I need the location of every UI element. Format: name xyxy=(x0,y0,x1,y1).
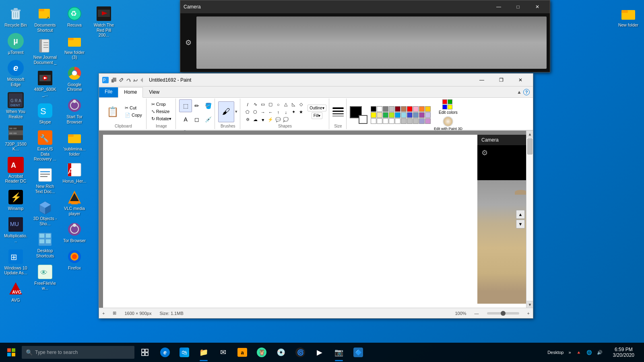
cut-button[interactable]: ✂ Cut xyxy=(123,105,144,111)
taskbar-daemon-button[interactable]: 💿 xyxy=(271,343,291,362)
show-desktop-button[interactable] xyxy=(640,343,642,362)
desktop-icon-google-chrome[interactable]: Google Chrome xyxy=(61,64,88,94)
color-blue-gray[interactable] xyxy=(419,118,425,124)
color-yellow[interactable] xyxy=(371,112,376,118)
color-cream[interactable] xyxy=(377,112,382,118)
tray-volume-icon[interactable]: 🔊 xyxy=(595,349,604,356)
desktop-icon-winamp[interactable]: ⚡ Winamp xyxy=(2,187,29,213)
color-pink[interactable] xyxy=(413,106,419,112)
outline-button[interactable]: Outline▾ xyxy=(308,105,326,111)
color-light-gray[interactable] xyxy=(389,106,394,112)
color-steel-blue[interactable] xyxy=(413,112,419,118)
color-dark-blue[interactable] xyxy=(407,112,413,118)
tray-network-icon[interactable]: 🌐 xyxy=(585,349,594,356)
taskbar-media-button[interactable]: ▶ xyxy=(310,343,329,362)
color-custom-5[interactable] xyxy=(395,118,400,124)
desktop-icon-when-you-realize[interactable]: G R ADIENT When You Realize xyxy=(2,90,29,121)
task-view-button[interactable] xyxy=(135,343,155,362)
ribbon-collapse-icon[interactable]: ▲ xyxy=(517,89,522,95)
paint-tab-file[interactable]: File xyxy=(99,87,118,97)
desktop-icon-recuva[interactable]: ♻ Recuva xyxy=(61,4,88,29)
paint-close-button[interactable]: ✕ xyxy=(511,74,530,86)
tray-chevron[interactable]: » xyxy=(567,349,572,356)
color-custom-4[interactable] xyxy=(389,118,394,124)
color-custom-2[interactable] xyxy=(377,118,382,124)
zoom-slider-thumb[interactable] xyxy=(501,311,506,316)
desktop-icon-win10-update[interactable]: ⊞ Windows 10 Update As... xyxy=(2,247,29,277)
desktop-icon-documents-shortcut[interactable]: ↗ Documents Shortcut xyxy=(31,4,59,34)
color-custom-3[interactable] xyxy=(383,118,388,124)
shape-ellipse[interactable]: ○ xyxy=(274,101,282,109)
color-yellow-green[interactable] xyxy=(389,112,394,118)
size-line-3[interactable] xyxy=(332,113,344,114)
color-picker-tool-button[interactable]: 💉 xyxy=(202,113,215,126)
desktop-icon-720p[interactable]: == ==== == 720P_1500K... xyxy=(2,123,29,153)
resize-button[interactable]: ⤡ Resize xyxy=(150,108,171,115)
shape-5-point-star[interactable]: ★ xyxy=(297,108,305,116)
taskbar-extra-button[interactable]: 🔷 xyxy=(349,343,368,362)
paint-minimize-button[interactable]: — xyxy=(473,74,491,86)
scroll-up-arrow[interactable]: ▲ xyxy=(516,210,525,219)
shape-diamond[interactable]: ◇ xyxy=(297,101,305,109)
paint-status-plus[interactable]: + xyxy=(102,311,105,316)
desktop-icon-watch-red-pill[interactable]: Watch The Red Pill 200... xyxy=(90,4,118,39)
desktop-icon-desktop-shortcuts[interactable]: Desktop Shortcuts xyxy=(31,230,59,260)
color-custom-1[interactable] xyxy=(371,118,376,124)
fill-tool-button[interactable]: 🪣 xyxy=(202,99,215,112)
color-purple[interactable] xyxy=(419,112,425,118)
scroll-down-button[interactable]: ▼ xyxy=(526,301,533,308)
custom-color-2[interactable] xyxy=(448,99,452,104)
color-dark-red[interactable] xyxy=(395,106,400,112)
crop-button[interactable]: ✂ Crop xyxy=(150,101,167,108)
shape-heart[interactable]: ♥ xyxy=(259,116,267,124)
shape-right-arrow[interactable]: → xyxy=(259,108,267,116)
size-line-2[interactable] xyxy=(332,111,344,112)
paint-scroll-area[interactable]: Camera ⚙ xyxy=(99,131,533,308)
desktop-icon-sublimina[interactable]: 'sublimina... folder xyxy=(61,128,88,158)
shape-curve[interactable]: ∿ xyxy=(251,101,259,109)
shape-rounded[interactable]: ☁ xyxy=(251,116,259,124)
scroll-up-button[interactable]: ▲ xyxy=(526,131,533,138)
taskbar-mail-button[interactable]: ✉ xyxy=(213,343,233,362)
desktop-icon-firefox[interactable]: Firefox xyxy=(61,247,88,272)
desktop-icon-new-journal[interactable]: New Journal Document _ xyxy=(31,36,59,66)
desktop-icon-utorrent[interactable]: µ µTorrent xyxy=(2,31,29,57)
custom-color-3[interactable] xyxy=(442,105,447,109)
taskbar-camera-button[interactable]: 📷 xyxy=(329,343,349,362)
paint-status-zoom-plus[interactable]: + xyxy=(527,311,530,316)
desktop-icon-vlc[interactable]: VLC media player xyxy=(61,187,88,218)
brushes-dropdown[interactable]: ▾ xyxy=(235,109,237,114)
taskbar-search-box[interactable]: 🔍 Type here to search xyxy=(22,346,134,359)
shape-rect[interactable]: ▭ xyxy=(259,101,267,109)
color-silver-2[interactable] xyxy=(407,118,413,124)
color-blue[interactable] xyxy=(395,112,400,118)
rotate-button[interactable]: ↻ Rotate▾ xyxy=(150,115,173,122)
desktop-icon-new-folder[interactable]: New folder xyxy=(615,4,642,29)
desktop-icon-recycle-bin[interactable]: Recycle Bin xyxy=(2,4,29,29)
shape-triangle[interactable]: △ xyxy=(282,101,290,109)
brushes-button[interactable]: 🖌 xyxy=(218,101,234,122)
desktop-icon-acrobat[interactable]: A Acrobat Reader DC xyxy=(2,155,29,185)
tray-desktop-label[interactable]: Desktop xyxy=(546,349,565,356)
color-yellow-orange[interactable] xyxy=(425,106,431,112)
size-line-4[interactable] xyxy=(332,116,344,116)
color-green[interactable] xyxy=(383,112,388,118)
desktop-icon-tor-browser[interactable]: Tor Browser xyxy=(61,220,88,245)
shape-lightning[interactable]: ⚡ xyxy=(266,116,275,124)
taskbar-tripadvisor-button[interactable]: 🦉 xyxy=(252,343,271,362)
color-light-blue[interactable] xyxy=(401,112,407,118)
size-line-1[interactable] xyxy=(332,107,344,109)
shape-hexagon[interactable]: ⬡ xyxy=(251,108,259,116)
shape-callout-rect[interactable]: 💬 xyxy=(274,116,282,124)
shape-pentagon[interactable]: ⬠ xyxy=(244,108,252,116)
camera-canvas-gear-icon[interactable]: ⚙ xyxy=(481,148,488,157)
edit-colors-button[interactable]: Edit colors xyxy=(439,110,458,115)
zoom-slider[interactable] xyxy=(487,312,519,315)
shape-down-arrow[interactable]: ↓ xyxy=(282,108,290,116)
edit-paint3d-button[interactable]: Edit with Paint 3D xyxy=(434,127,462,131)
desktop-icon-rich-text[interactable]: New Rich Text Doc... xyxy=(31,165,59,195)
desktop-icon-start-tor[interactable]: Start Tor Browser xyxy=(61,96,88,126)
paint-tab-home[interactable]: Home xyxy=(118,87,143,98)
desktop-icon-3d-objects[interactable]: 3D Objects - Sho... xyxy=(31,197,59,228)
color-brown[interactable] xyxy=(401,106,407,112)
